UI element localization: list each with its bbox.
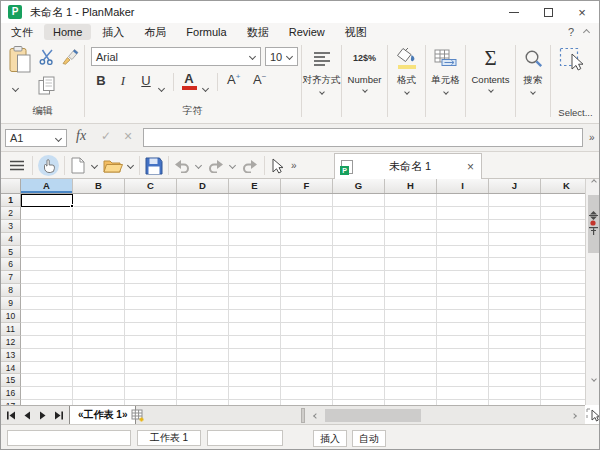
insert-mode-button[interactable]: 插入 [313, 430, 347, 447]
collapse-ribbon-icon[interactable] [583, 28, 590, 35]
cell-K9[interactable] [541, 297, 585, 310]
paste-button[interactable] [9, 46, 31, 73]
cell-I8[interactable] [437, 284, 489, 297]
tab-file[interactable]: 文件 [2, 23, 42, 42]
cell-K14[interactable] [541, 362, 585, 375]
cell-I14[interactable] [437, 362, 489, 375]
row-header-16[interactable]: 16 [1, 387, 21, 400]
cell-C15[interactable] [125, 374, 177, 387]
cell-C3[interactable] [125, 220, 177, 233]
cell-A16[interactable] [21, 387, 73, 400]
cell-G2[interactable] [333, 207, 385, 220]
cell-H4[interactable] [385, 233, 437, 246]
row-header-5[interactable]: 5 [1, 246, 21, 259]
name-box[interactable]: A1 [5, 129, 67, 147]
cell-I11[interactable] [437, 323, 489, 336]
cell-H1[interactable] [385, 194, 437, 207]
insert-function-button[interactable]: fx [76, 128, 86, 144]
document-tab[interactable]: P 未命名 1 × [334, 153, 482, 179]
cell-A2[interactable] [21, 207, 73, 220]
cell-E7[interactable] [229, 271, 281, 284]
tab-data[interactable]: 数据 [238, 23, 278, 42]
cell-B14[interactable] [73, 362, 125, 375]
cell-D3[interactable] [177, 220, 229, 233]
cell-D16[interactable] [177, 387, 229, 400]
help-button[interactable]: ? [568, 26, 574, 38]
tab-layout[interactable]: 布局 [135, 23, 175, 42]
cell-F11[interactable] [281, 323, 333, 336]
auto-mode-button[interactable]: 自动 [352, 430, 386, 447]
sheet-tab-active[interactable]: «工作表 1» [69, 406, 136, 425]
cell-B12[interactable] [73, 336, 125, 349]
cell-J16[interactable] [489, 387, 541, 400]
cell-A15[interactable] [21, 374, 73, 387]
cell-K11[interactable] [541, 323, 585, 336]
cell-B6[interactable] [73, 258, 125, 271]
save-button[interactable] [144, 155, 164, 176]
selection-mode-button[interactable] [586, 408, 600, 423]
cell-C14[interactable] [125, 362, 177, 375]
cell-G4[interactable] [333, 233, 385, 246]
column-header-D[interactable]: D [177, 179, 229, 193]
row-header-4[interactable]: 4 [1, 233, 21, 246]
cell-J1[interactable] [489, 194, 541, 207]
cell-J3[interactable] [489, 220, 541, 233]
cell-E1[interactable] [229, 194, 281, 207]
format-button[interactable]: 格式 [388, 44, 425, 102]
cell-G13[interactable] [333, 349, 385, 362]
cell-F16[interactable] [281, 387, 333, 400]
cell-G15[interactable] [333, 374, 385, 387]
cell-H8[interactable] [385, 284, 437, 297]
cells-button[interactable]: 单元格 [426, 44, 465, 102]
cell-F4[interactable] [281, 233, 333, 246]
cell-H12[interactable] [385, 336, 437, 349]
hand-tool-button[interactable] [38, 155, 59, 176]
cell-J8[interactable] [489, 284, 541, 297]
cell-F2[interactable] [281, 207, 333, 220]
cell-H16[interactable] [385, 387, 437, 400]
row-header-6[interactable]: 6 [1, 258, 21, 271]
cell-C8[interactable] [125, 284, 177, 297]
underline-dropdown[interactable] [159, 81, 164, 93]
cell-E14[interactable] [229, 362, 281, 375]
cell-B2[interactable] [73, 207, 125, 220]
row-header-7[interactable]: 7 [1, 271, 21, 284]
row-header-15[interactable]: 15 [1, 374, 21, 387]
cell-J15[interactable] [489, 374, 541, 387]
cell-E10[interactable] [229, 310, 281, 323]
cell-A9[interactable] [21, 297, 73, 310]
cell-D14[interactable] [177, 362, 229, 375]
column-header-F[interactable]: F [281, 179, 333, 193]
cell-G9[interactable] [333, 297, 385, 310]
formula-input[interactable] [143, 128, 583, 147]
cell-I4[interactable] [437, 233, 489, 246]
cell-D6[interactable] [177, 258, 229, 271]
new-document-button[interactable] [69, 155, 86, 176]
cell-B16[interactable] [73, 387, 125, 400]
cell-J14[interactable] [489, 362, 541, 375]
cell-A14[interactable] [21, 362, 73, 375]
cell-C5[interactable] [125, 246, 177, 259]
cell-F1[interactable] [281, 194, 333, 207]
column-header-I[interactable]: I [437, 179, 489, 193]
cell-J11[interactable] [489, 323, 541, 336]
column-header-C[interactable]: C [125, 179, 177, 193]
cell-K7[interactable] [541, 271, 585, 284]
cell-A10[interactable] [21, 310, 73, 323]
cell-F13[interactable] [281, 349, 333, 362]
cell-A6[interactable] [21, 258, 73, 271]
cell-K10[interactable] [541, 310, 585, 323]
italic-button[interactable]: I [117, 73, 129, 89]
scroll-right-button[interactable] [567, 408, 581, 423]
cell-I9[interactable] [437, 297, 489, 310]
cell-D7[interactable] [177, 271, 229, 284]
cell-B5[interactable] [73, 246, 125, 259]
row-header-9[interactable]: 9 [1, 297, 21, 310]
cell-I12[interactable] [437, 336, 489, 349]
cell-I1[interactable] [437, 194, 489, 207]
add-sheet-button[interactable] [129, 408, 147, 423]
cell-B10[interactable] [73, 310, 125, 323]
cell-I15[interactable] [437, 374, 489, 387]
last-sheet-button[interactable] [51, 408, 67, 423]
cell-G1[interactable] [333, 194, 385, 207]
